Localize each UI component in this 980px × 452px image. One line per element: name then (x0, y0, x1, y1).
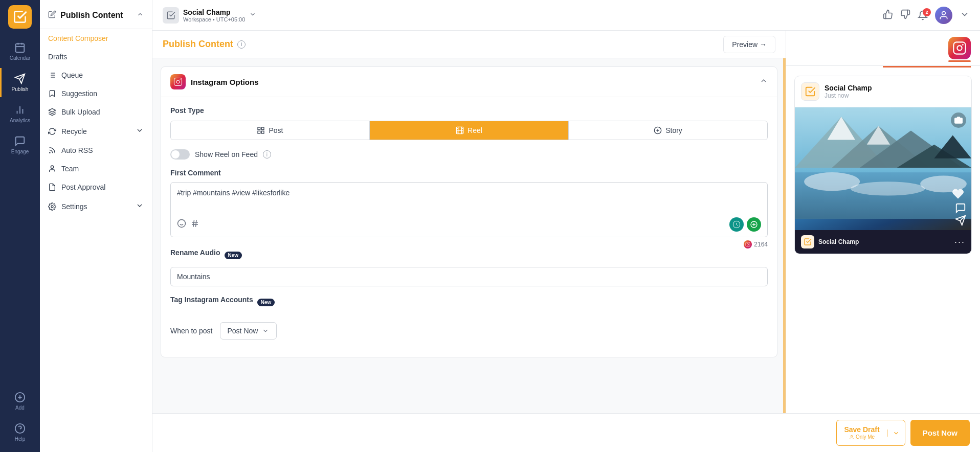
preview-footer-logo (801, 235, 814, 248)
analytics-icon (14, 104, 26, 116)
workspace-selector[interactable]: Social Champ Workspace • UTC+05:00 (163, 7, 256, 24)
rename-audio-header: Rename Audio New (170, 248, 768, 262)
options-card-title: Instagram Options (191, 78, 259, 86)
settings-chevron[interactable] (136, 201, 144, 211)
sidebar-item-drafts[interactable]: Drafts (40, 48, 152, 66)
sidebar-item-post-approval[interactable]: Post Approval (40, 178, 152, 196)
content-composer-label: Content Composer (48, 34, 108, 42)
workspace-info: Social Champ Workspace • UTC+05:00 (183, 8, 245, 22)
sidebar-item-queue[interactable]: Queue (40, 66, 152, 84)
preview-heart-btn[interactable] (952, 188, 966, 202)
svg-point-62 (851, 182, 925, 195)
sidebar-item-suggestion[interactable]: Suggestion (40, 84, 152, 103)
save-draft-sub-label: Only Me (856, 434, 875, 440)
svg-rect-0 (16, 44, 25, 53)
nav-item-add[interactable]: Add (14, 387, 26, 416)
nav-item-publish[interactable]: Publish (0, 68, 40, 97)
publish-content-title: Publish Content (163, 39, 233, 50)
save-draft-main[interactable]: Save Draft Only Me (837, 420, 886, 445)
thumbs-down-svg (900, 9, 910, 19)
comment-count: 2164 (170, 240, 768, 248)
nav-item-analytics[interactable]: Analytics (0, 99, 40, 128)
show-reel-info-icon[interactable]: i (263, 150, 271, 159)
when-to-post-value: Post Now (228, 327, 258, 335)
reel-tab[interactable]: Reel (370, 121, 569, 140)
add-icon (14, 392, 26, 403)
preview-camera-btn[interactable] (951, 112, 966, 128)
preview-ig-underline (948, 60, 971, 62)
preview-more-dots[interactable]: ··· (954, 237, 965, 247)
workspace-sub: Workspace • UTC+05:00 (183, 16, 245, 22)
content-area: Publish Content i Preview → (152, 31, 980, 452)
preview-content: Social Champ Just now (786, 67, 980, 452)
preview-footer-name: Social Champ (818, 238, 954, 245)
save-draft-chevron[interactable] (887, 430, 905, 437)
svg-rect-29 (262, 131, 264, 133)
user-dropdown-icon (960, 9, 970, 19)
rss-icon (48, 146, 56, 154)
avatar-icon (939, 10, 949, 20)
nav-item-calendar[interactable]: Calendar (0, 37, 40, 66)
thumbs-down-icon[interactable] (900, 9, 910, 21)
app-logo[interactable] (8, 5, 32, 29)
top-bar-right: 2 (883, 7, 970, 24)
help-label: Help (15, 436, 26, 442)
preview-instagram-icon[interactable] (948, 37, 971, 59)
story-tab[interactable]: Story (569, 121, 767, 140)
thumbs-up-icon[interactable] (883, 9, 893, 21)
nav-item-engage[interactable]: Engage (0, 130, 40, 160)
post-now-button[interactable]: Post Now (910, 420, 970, 446)
preview-ig-svg (952, 41, 967, 55)
show-reel-toggle[interactable] (170, 149, 190, 160)
instagram-options-card: Instagram Options Post Type (161, 66, 777, 357)
settings-chevron-icon (136, 201, 144, 210)
user-avatar[interactable] (935, 7, 952, 24)
queue-icon (48, 71, 56, 79)
rename-audio-label: Rename Audio (170, 248, 220, 257)
collapse-chevron-icon (760, 77, 768, 85)
emoji-icon[interactable] (177, 219, 186, 230)
camera-icon (954, 116, 963, 124)
sidebar-chevron[interactable] (137, 11, 144, 20)
nav-item-help[interactable]: Help (14, 418, 26, 447)
show-reel-toggle-row: Show Reel on Feed i (170, 149, 768, 160)
mountain-svg (795, 107, 971, 219)
save-draft-sub: Only Me (849, 434, 875, 440)
send-icon (955, 215, 966, 226)
workspace-logo-icon (166, 11, 175, 20)
sidebar-item-content-composer[interactable]: Content Composer (40, 29, 152, 48)
sidebar-item-auto-rss[interactable]: Auto RSS (40, 141, 152, 160)
preview-comment-btn[interactable] (955, 202, 966, 216)
save-draft-button[interactable]: Save Draft Only Me (836, 420, 905, 446)
svg-point-21 (50, 152, 50, 153)
workspace-chevron[interactable] (249, 11, 256, 20)
preview-card: Social Champ Just now (794, 76, 972, 254)
comment-actions-row (177, 217, 761, 232)
ai-btn-teal[interactable] (729, 217, 744, 232)
publish-label: Publish (12, 86, 29, 92)
sidebar-item-team[interactable]: Team (40, 160, 152, 178)
settings-icon (48, 202, 56, 211)
when-to-post-select[interactable]: Post Now (220, 322, 277, 340)
ai-green-icon (750, 220, 758, 229)
options-card-body: Post Type Post (161, 97, 777, 357)
bulk-upload-label: Bulk Upload (61, 108, 100, 116)
post-tab[interactable]: Post (171, 121, 370, 140)
sidebar-item-settings[interactable]: Settings (40, 196, 152, 216)
svg-point-24 (942, 11, 946, 15)
options-collapse-btn[interactable] (760, 77, 768, 87)
sidebar-item-bulk-upload[interactable]: Bulk Upload (40, 103, 152, 121)
comment-box: #trip #mountains #view #likesforlike (170, 182, 768, 237)
preview-button[interactable]: Preview → (723, 36, 775, 53)
recycle-chevron[interactable] (136, 126, 144, 136)
rename-audio-input[interactable] (170, 267, 768, 286)
notification-bell[interactable]: 2 (918, 10, 928, 20)
hashtag-icon[interactable] (190, 219, 199, 230)
ai-btn-green[interactable] (747, 217, 761, 232)
sidebar-item-recycle[interactable]: Recycle (40, 121, 152, 141)
user-chevron[interactable] (960, 9, 970, 21)
comment-text[interactable]: #trip #mountains #view #likesforlike (177, 188, 761, 213)
notification-count: 2 (923, 8, 931, 16)
header-info-icon[interactable]: i (237, 40, 246, 49)
preview-send-btn[interactable] (955, 215, 966, 228)
